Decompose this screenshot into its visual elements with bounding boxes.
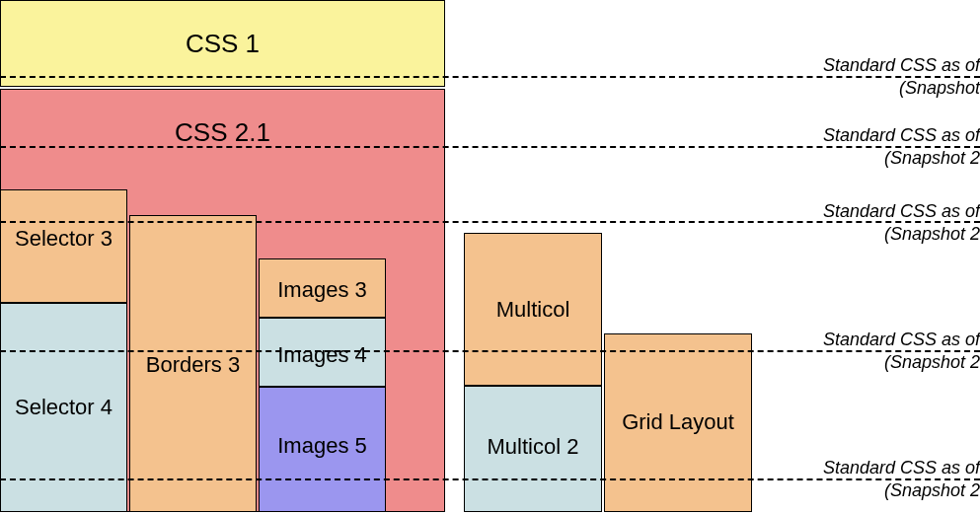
css21-label: CSS 2.1: [175, 117, 270, 148]
css1-block: CSS 1: [0, 0, 445, 87]
images4-block: Images 4: [259, 318, 386, 387]
images5-label: Images 5: [277, 433, 367, 459]
multicol-block: Multicol: [464, 233, 602, 386]
grid-layout-block: Grid Layout: [604, 333, 752, 512]
snapshot-label-3-line2: (Snapshot 2: [823, 223, 980, 246]
selector3-label: Selector 3: [15, 226, 113, 252]
snapshot-label-1: Standard CSS as of (Snapshot: [823, 54, 980, 99]
snapshot-label-2-line1: Standard CSS as of: [823, 124, 980, 147]
snapshot-label-2: Standard CSS as of (Snapshot 2: [823, 124, 980, 169]
snapshot-label-5-line2: (Snapshot 2: [823, 479, 980, 502]
borders3-label: Borders 3: [146, 352, 240, 378]
snapshot-label-3: Standard CSS as of (Snapshot 2: [823, 200, 980, 245]
snapshot-label-5-line1: Standard CSS as of: [823, 457, 980, 479]
multicol-label: Multicol: [496, 297, 570, 323]
multicol2-label: Multicol 2: [488, 434, 579, 460]
snapshot-label-4-line1: Standard CSS as of: [823, 329, 980, 351]
snapshot-label-5: Standard CSS as of (Snapshot 2: [823, 457, 980, 501]
grid-layout-label: Grid Layout: [622, 409, 734, 435]
snapshot-label-2-line2: (Snapshot 2: [823, 147, 980, 170]
snapshot-label-3-line1: Standard CSS as of: [823, 200, 980, 223]
snapshot-label-1-line2: (Snapshot: [823, 77, 980, 100]
snapshot-label-1-line1: Standard CSS as of: [823, 54, 980, 77]
images3-block: Images 3: [259, 258, 386, 318]
images5-block: Images 5: [259, 387, 386, 512]
selector4-label: Selector 4: [15, 395, 113, 420]
selector4-block: Selector 4: [0, 303, 127, 512]
selector3-block: Selector 3: [0, 189, 127, 303]
snapshot-label-4-line2: (Snapshot 2: [823, 351, 980, 374]
multicol2-block: Multicol 2: [464, 386, 602, 512]
borders3-block: Borders 3: [129, 215, 257, 512]
images4-label: Images 4: [277, 342, 367, 368]
images3-label: Images 3: [277, 277, 367, 303]
snapshot-label-4: Standard CSS as of (Snapshot 2: [823, 329, 980, 373]
css1-label: CSS 1: [186, 29, 260, 59]
